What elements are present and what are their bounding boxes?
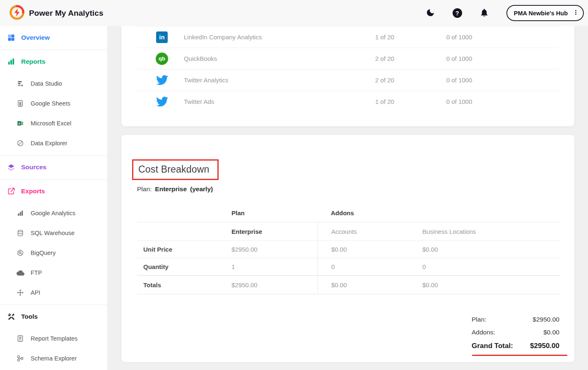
twitter-icon bbox=[156, 96, 168, 108]
cost-table: Plan Addons Enterprise Accounts Business… bbox=[137, 204, 560, 294]
sidebar-item-api[interactable]: API bbox=[0, 283, 107, 303]
cell-value: $2950.00 bbox=[227, 241, 318, 258]
sidebar-label: Data Explorer bbox=[31, 140, 67, 147]
sidebar-group-sources: Sources bbox=[0, 156, 107, 180]
list-item[interactable]: Twitter Analytics 2 of 20 0 of 1000 bbox=[138, 69, 558, 91]
summary-value: $0.00 bbox=[543, 329, 559, 336]
sidebar-group-tools: Tools Report Templates Schema Explorer bbox=[0, 305, 107, 370]
source-name: LinkedIn Company Analytics bbox=[184, 34, 352, 41]
accounts-used: 1 of 20 bbox=[352, 34, 418, 41]
list-item[interactable]: Twitter Ads 1 of 20 0 of 1000 bbox=[138, 91, 558, 112]
list-item[interactable]: in LinkedIn Company Analytics 1 of 20 0 … bbox=[138, 26, 558, 48]
compass-icon bbox=[16, 139, 25, 147]
bigquery-hexagon-icon bbox=[16, 249, 25, 257]
cost-breakdown-card: Cost Breakdown Plan:Enterprise(yearly) P… bbox=[121, 135, 575, 363]
sidebar-label: Google Sheets bbox=[31, 100, 70, 107]
sources-usage-card: in LinkedIn Company Analytics 1 of 20 0 … bbox=[121, 26, 575, 127]
sidebar-label: Overview bbox=[21, 34, 50, 41]
source-name: Twitter Analytics bbox=[184, 77, 352, 84]
sidebar-item-schema-explorer[interactable]: Schema Explorer bbox=[0, 348, 107, 368]
sidebar-label: Sources bbox=[21, 163, 46, 171]
summary-plan-row: Plan: $2950.00 bbox=[472, 313, 559, 326]
plan-cycle: (yearly) bbox=[190, 185, 213, 192]
sidebar-item-sql-warehouse[interactable]: SQL Warehouse bbox=[0, 223, 107, 243]
table-group-header-row: Plan Addons bbox=[137, 204, 560, 222]
summary-grand-total-row: Grand Total: $2950.00 bbox=[472, 339, 559, 353]
brand-name: Power My Analytics bbox=[29, 9, 104, 18]
sidebar-label: Reports bbox=[21, 58, 46, 65]
cloud-icon bbox=[16, 269, 25, 277]
table-row: Unit Price $2950.00 $0.00 $0.00 bbox=[137, 241, 560, 258]
list-item[interactable]: qb QuickBooks 2 of 20 0 of 1000 bbox=[138, 48, 558, 69]
cell-value: $0.00 bbox=[318, 276, 409, 294]
main-content: in LinkedIn Company Analytics 1 of 20 0 … bbox=[108, 26, 588, 370]
sidebar-label: BigQuery bbox=[31, 250, 55, 256]
annotation-box: Cost Breakdown bbox=[132, 159, 219, 180]
report-template-icon bbox=[16, 335, 25, 342]
sidebar-label: SQL Warehouse bbox=[31, 230, 75, 236]
annotation-underline bbox=[472, 355, 567, 356]
table-column-header-row: Enterprise Accounts Business Locations bbox=[137, 222, 560, 241]
column-header-enterprise: Enterprise bbox=[227, 222, 318, 240]
sidebar-item-reports[interactable]: Reports bbox=[0, 52, 107, 72]
sidebar-group-exports: Exports Google Analytics SQL Warehouse B… bbox=[0, 180, 107, 305]
sidebar-item-sources[interactable]: Sources bbox=[0, 157, 107, 177]
dark-mode-button[interactable] bbox=[426, 8, 435, 19]
sidebar-label: Schema Explorer bbox=[31, 355, 77, 362]
sidebar-item-exports[interactable]: Exports bbox=[0, 181, 107, 201]
row-label: Quantity bbox=[137, 258, 227, 275]
twitter-icon bbox=[156, 74, 168, 86]
sidebar-label: Report Templates bbox=[31, 335, 77, 342]
sidebar-group-reports: Reports Data Studio Google Sheets X Micr… bbox=[0, 50, 107, 156]
cell-value: 1 bbox=[227, 258, 318, 275]
summary-label: Plan: bbox=[472, 316, 486, 323]
plan-line: Plan:Enterprise(yearly) bbox=[137, 185, 574, 193]
data-studio-icon bbox=[16, 80, 25, 87]
sidebar-item-data-explorer[interactable]: Data Explorer bbox=[0, 133, 107, 153]
column-header-business-locations: Business Locations bbox=[409, 222, 560, 240]
sidebar-item-overview[interactable]: Overview bbox=[0, 28, 107, 48]
bar-chart-icon bbox=[7, 58, 16, 66]
sidebar-label: FTP bbox=[31, 269, 42, 276]
sidebar-group-overview: Overview bbox=[0, 26, 107, 50]
table-row: Totals $2950.00 $0.00 $0.00 bbox=[137, 276, 560, 294]
sidebar-item-data-studio[interactable]: Data Studio bbox=[0, 74, 107, 94]
sidebar-label: Exports bbox=[21, 187, 45, 195]
sources-gem-icon bbox=[7, 163, 16, 171]
cost-summary: Plan: $2950.00 Addons: $0.00 Grand Total… bbox=[472, 313, 559, 353]
source-name: Twitter Ads bbox=[184, 98, 352, 105]
bell-icon bbox=[480, 8, 489, 19]
help-button[interactable]: ? bbox=[453, 8, 462, 18]
summary-addons-row: Addons: $0.00 bbox=[472, 326, 559, 339]
sidebar: Overview Reports Data Studio Google Shee… bbox=[0, 26, 108, 370]
database-icon bbox=[16, 229, 25, 237]
overview-grid-icon bbox=[7, 34, 16, 42]
summary-label: Addons: bbox=[472, 329, 495, 336]
column-header-accounts: Accounts bbox=[318, 222, 409, 240]
sidebar-item-google-sheets[interactable]: Google Sheets bbox=[0, 94, 107, 113]
sidebar-item-bigquery[interactable]: BigQuery bbox=[0, 243, 107, 263]
sidebar-label: API bbox=[31, 289, 40, 296]
quota-used: 0 of 1000 bbox=[426, 34, 492, 41]
plan-label: Plan: bbox=[137, 185, 152, 192]
brand[interactable]: Power My Analytics bbox=[9, 5, 104, 22]
brand-logo-icon bbox=[9, 5, 25, 22]
account-menu-button[interactable]: PMA Newbie's Hub bbox=[506, 5, 584, 21]
notifications-button[interactable] bbox=[480, 8, 489, 19]
sidebar-item-ftp[interactable]: FTP bbox=[0, 263, 107, 283]
svg-text:X: X bbox=[18, 122, 20, 125]
cell-value: 0 bbox=[318, 258, 409, 275]
table-row: Quantity 1 0 0 bbox=[137, 258, 560, 276]
account-name: PMA Newbie's Hub bbox=[514, 10, 568, 17]
summary-label: Grand Total: bbox=[472, 342, 513, 350]
group-header-addons: Addons bbox=[318, 204, 409, 222]
accounts-used: 1 of 20 bbox=[352, 98, 418, 105]
source-name: QuickBooks bbox=[184, 55, 352, 62]
quota-used: 0 of 1000 bbox=[426, 55, 492, 62]
sidebar-item-google-analytics[interactable]: Google Analytics bbox=[0, 203, 107, 223]
sidebar-item-tools[interactable]: Tools bbox=[0, 307, 107, 327]
sidebar-item-report-templates[interactable]: Report Templates bbox=[0, 329, 107, 348]
sidebar-item-microsoft-excel[interactable]: X Microsoft Excel bbox=[0, 113, 107, 133]
quota-used: 0 of 1000 bbox=[426, 77, 492, 84]
summary-value: $2950.00 bbox=[533, 316, 559, 323]
